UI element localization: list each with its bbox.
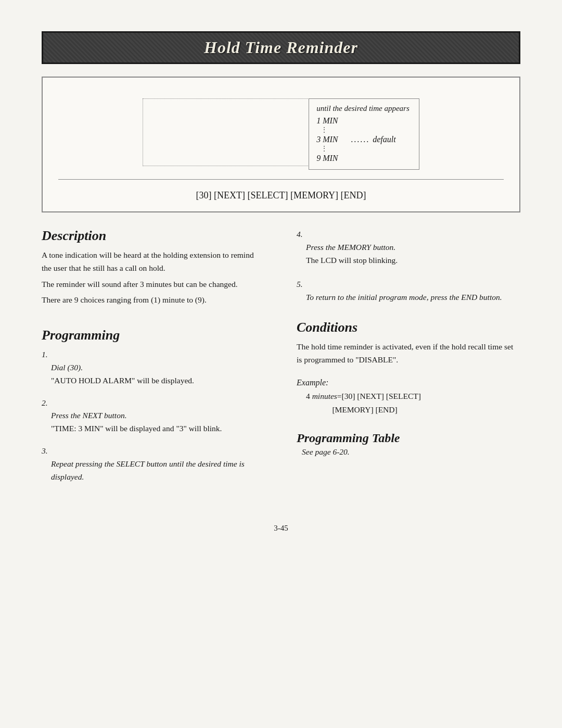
step-main-text-3: Repeat pressing the SELECT button until … — [51, 459, 245, 481]
programming-section: Programming 1. Dial (30). "AUTO HOLD ALA… — [42, 328, 265, 483]
right-step-num-4: 4. — [297, 230, 303, 239]
right-step-main-4: Press the MEMORY button. — [306, 243, 395, 252]
min-dots: ...... — [351, 135, 369, 144]
page: Hold Time Reminder until the desired tim… — [0, 0, 562, 728]
right-step-body-4: Press the MEMORY button. The LCD will st… — [306, 241, 520, 267]
right-step-main-5: To return to the initial program mode, p… — [306, 293, 502, 302]
description-text: A tone indication will be heard at the h… — [42, 249, 265, 307]
right-step-num-5: 5. — [297, 280, 303, 288]
min-label-9: 9 MIN — [316, 154, 348, 163]
min-label-3: 3 MIN — [316, 135, 348, 144]
right-step-detail-4: The LCD will stop blinking. — [306, 256, 398, 265]
min-vdots-1: ⋮ — [321, 127, 410, 134]
prog-table-subtitle: See page 6-20. — [302, 447, 520, 457]
diagram-box: until the desired time appears 1 MIN ⋮ 3… — [42, 77, 520, 212]
conditions-para: The hold time reminder is activated, eve… — [297, 341, 520, 367]
desc-para-2: The reminder will sound after 3 minutes … — [42, 278, 265, 291]
min-row-1min: 1 MIN — [316, 116, 410, 125]
min-box: until the desired time appears 1 MIN ⋮ 3… — [309, 98, 419, 170]
dotted-area — [143, 98, 309, 166]
right-step-4: 4. Press the MEMORY button. The LCD will… — [297, 228, 520, 267]
programming-title: Programming — [42, 328, 265, 343]
example-section: Example: 4 minutes=[30] [NEXT] [SELECT] … — [297, 378, 520, 417]
step-detail-2: "TIME: 3 MIN" will be displayed and "3" … — [51, 424, 222, 433]
col-right: 4. Press the MEMORY button. The LCD will… — [297, 228, 520, 493]
prog-step-2: 2. Press the NEXT button. "TIME: 3 MIN" … — [42, 397, 265, 435]
step-body-2: Press the NEXT button. "TIME: 3 MIN" wil… — [51, 409, 265, 435]
example-text: 4 minutes=[30] [NEXT] [SELECT] [MEMORY] … — [306, 392, 421, 414]
example-label: Example: — [297, 378, 520, 387]
page-title: Hold Time Reminder — [54, 38, 508, 57]
step-num-3: 3. — [42, 446, 48, 455]
example-body: 4 minutes=[30] [NEXT] [SELECT] [MEMORY] … — [306, 390, 520, 417]
title-banner: Hold Time Reminder — [42, 31, 520, 64]
prog-table-title: Programming Table — [297, 431, 520, 445]
conditions-text: The hold time reminder is activated, eve… — [297, 341, 520, 367]
diagram-hline — [58, 179, 504, 180]
step-num-1: 1. — [42, 350, 48, 359]
conditions-title: Conditions — [297, 320, 520, 335]
diagram-inner: until the desired time appears 1 MIN ⋮ 3… — [58, 88, 504, 175]
content-columns: Description A tone indication will be he… — [42, 228, 520, 493]
step-detail-1: "AUTO HOLD ALARM" will be displayed. — [51, 376, 194, 385]
min-label-1: 1 MIN — [316, 116, 348, 125]
prog-step-3: 3. Repeat pressing the SELECT button unt… — [42, 445, 265, 483]
min-box-title: until the desired time appears — [316, 104, 410, 113]
col-left: Description A tone indication will be he… — [42, 228, 265, 493]
step-body-3: Repeat pressing the SELECT button until … — [51, 458, 265, 484]
conditions-section: Conditions The hold time reminder is act… — [297, 320, 520, 367]
button-row: [30] [NEXT] [SELECT] [MEMORY] [END] — [58, 190, 504, 201]
step-body-1: Dial (30). "AUTO HOLD ALARM" will be dis… — [51, 361, 265, 387]
step-main-text-2: Press the NEXT button. — [51, 411, 127, 420]
desc-para-1: A tone indication will be heard at the h… — [42, 249, 265, 275]
right-step-5: 5. To return to the initial program mode… — [297, 278, 520, 304]
min-default-label: default — [373, 135, 395, 144]
right-step-body-5: To return to the initial program mode, p… — [306, 291, 520, 304]
prog-step-1: 1. Dial (30). "AUTO HOLD ALARM" will be … — [42, 348, 265, 387]
step-main-text-1: Dial (30). — [51, 363, 83, 372]
min-row-9min: 9 MIN — [316, 154, 410, 163]
min-vdots-2: ⋮ — [321, 145, 410, 153]
page-number: 3-45 — [42, 524, 520, 533]
step-num-2: 2. — [42, 398, 48, 407]
desc-para-3: There are 9 choices ranging from (1) min… — [42, 294, 265, 307]
prog-table-section: Programming Table See page 6-20. — [297, 431, 520, 457]
min-row-3min: 3 MIN ...... default — [316, 135, 410, 144]
description-title: Description — [42, 228, 265, 244]
